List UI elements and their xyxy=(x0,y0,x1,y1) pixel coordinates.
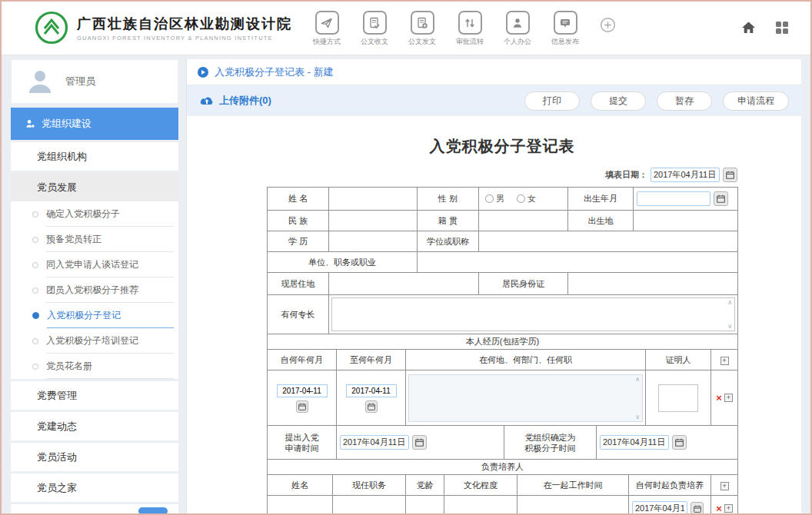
table-row: 有何专长 ∧ ∨ xyxy=(268,295,738,334)
toolbar-item-approval-flow[interactable]: 审批流转 xyxy=(451,11,489,47)
male-radio[interactable] xyxy=(485,194,494,203)
submenu-item-activist-register[interactable]: 入党积极分子登记 xyxy=(11,303,178,328)
radio-dot-icon xyxy=(32,211,38,218)
birthplace-label: 出生地 xyxy=(568,211,634,231)
history-detail-textarea[interactable]: ∧ ∨ xyxy=(408,374,643,422)
org-logo: 广西壮族自治区林业勘测设计院 GUANGXI FOREST INVENTORY … xyxy=(34,10,292,45)
toolbar-item-info-publish[interactable]: 信息发布 xyxy=(546,11,584,47)
cloud-upload-icon xyxy=(199,95,215,107)
birth-date-input[interactable] xyxy=(637,191,710,206)
fill-date-input[interactable] xyxy=(651,168,720,182)
female-radio[interactable] xyxy=(517,194,525,203)
sidebar: 管理员 党组织建设 党组织机构 党员发展 确定入党积极分子 预备党员转正 xyxy=(11,59,178,513)
toolbar-item-doc-send[interactable]: 公文发文 xyxy=(403,11,441,47)
residence-input-cell[interactable] xyxy=(329,273,479,295)
native-place-input-cell[interactable] xyxy=(479,211,568,231)
add-row-icon[interactable]: + xyxy=(724,394,733,402)
confirm-date-input[interactable] xyxy=(600,435,669,450)
toolbar-item-doc-receive[interactable]: 公文收文 xyxy=(355,11,394,47)
cultivate-since-input[interactable] xyxy=(632,501,687,515)
apply-date-input[interactable] xyxy=(340,435,409,450)
specialty-textarea[interactable]: ∧ ∨ xyxy=(331,297,735,331)
submenu-item-applicant-talk[interactable]: 同入党申请人谈话登记 xyxy=(11,252,178,277)
add-row-icon[interactable]: + xyxy=(724,504,733,513)
calendar-icon[interactable] xyxy=(296,400,308,413)
submenu-item-label: 确定入党积极分子 xyxy=(46,201,174,227)
main-content: 入党积极分子登记表 - 新建 上传附件(0) 打印 提交 暂存 申请流程 入党积… xyxy=(186,59,801,513)
calendar-icon[interactable] xyxy=(365,400,378,413)
sidebar-item-member-development[interactable]: 党员发展 xyxy=(11,171,178,201)
calendar-icon[interactable] xyxy=(714,191,728,206)
delete-row-icon[interactable]: × xyxy=(716,504,722,513)
table-row: 提出入党 申请时间 党组织确定为 积极分子时间 xyxy=(268,426,738,460)
sidebar-item-party-org-structure[interactable]: 党组织机构 xyxy=(11,140,178,171)
cultivator-row: × + xyxy=(268,496,738,515)
history-from-input[interactable] xyxy=(277,384,328,397)
sidebar-item-party-news[interactable]: 党建动态 xyxy=(11,410,178,440)
cultivator-position-input-cell[interactable] xyxy=(333,496,406,515)
cultivator-party-age-input-cell[interactable] xyxy=(406,496,444,515)
ethnic-input-cell[interactable] xyxy=(329,211,418,231)
name-label: 姓 名 xyxy=(268,188,329,211)
cultivator-since-label: 自何时起负责培养 xyxy=(629,475,711,496)
work-input-cell[interactable] xyxy=(418,252,738,273)
submenu-item-member-roster[interactable]: 党员花名册 xyxy=(11,354,178,379)
add-app-icon[interactable] xyxy=(600,17,616,36)
submit-button[interactable]: 提交 xyxy=(591,91,646,111)
sidebar-item-party-fee[interactable]: 党费管理 xyxy=(11,379,178,410)
apply-process-button[interactable]: 申请流程 xyxy=(723,91,789,111)
sidebar-item-label: 党员活动 xyxy=(37,450,77,464)
witness-input[interactable] xyxy=(658,384,698,412)
chevron-down-icon[interactable]: ∨ xyxy=(635,414,640,420)
upload-attachment-button[interactable]: 上传附件(0) xyxy=(199,94,271,108)
sidebar-item-label: 党员之家 xyxy=(37,481,77,495)
calendar-icon[interactable] xyxy=(691,502,704,515)
submenu-item-probation-confirm[interactable]: 预备党员转正 xyxy=(11,227,178,252)
chevron-up-icon[interactable]: ∧ xyxy=(727,300,732,305)
cultivator-position-label: 现任职务 xyxy=(333,475,406,496)
add-row-icon[interactable]: + xyxy=(720,482,729,490)
calendar-icon[interactable] xyxy=(412,435,427,450)
cultivator-culture-input-cell[interactable] xyxy=(444,496,517,515)
user-card[interactable]: 管理员 xyxy=(11,59,178,104)
work-label: 单位、职务或职业 xyxy=(268,252,418,273)
table-row: 民 族 籍 贯 出生地 xyxy=(268,211,738,231)
birthplace-input-cell[interactable] xyxy=(634,211,738,231)
org-logo-icon xyxy=(34,10,69,45)
calendar-icon[interactable] xyxy=(672,435,687,450)
delete-row-icon[interactable]: × xyxy=(716,394,722,403)
radio-dot-icon xyxy=(32,287,38,294)
submenu-item-activist-training[interactable]: 入党积极分子培训登记 xyxy=(11,328,178,354)
cultivator-name-input-cell[interactable] xyxy=(268,496,333,515)
sidebar-item-member-home[interactable]: 党员之家 xyxy=(11,471,178,502)
toolbar-item-shortcuts[interactable]: 快捷方式 xyxy=(308,11,346,47)
chevron-down-icon[interactable]: ∨ xyxy=(727,324,732,329)
submenu-item-confirm-activist[interactable]: 确定入党积极分子 xyxy=(11,201,178,227)
cultivator-worktime-input-cell[interactable] xyxy=(517,496,629,515)
registration-form: 入党积极分子登记表 填表日期： 姓 名 性 别 男 xyxy=(267,136,737,515)
id-card-input-cell[interactable] xyxy=(568,273,738,295)
degree-input-cell[interactable] xyxy=(479,231,738,252)
table-row: 单位、职务或职业 xyxy=(268,252,738,273)
approval-flow-icon xyxy=(458,11,482,35)
save-draft-button[interactable]: 暂存 xyxy=(657,91,712,111)
print-button[interactable]: 打印 xyxy=(524,91,580,111)
name-input-cell[interactable] xyxy=(329,188,418,211)
fill-date-label: 填表日期： xyxy=(605,169,647,181)
toolbar-item-personal-office[interactable]: 个人办公 xyxy=(498,11,537,47)
calendar-icon[interactable] xyxy=(723,168,737,182)
toggle-pill[interactable] xyxy=(138,507,168,515)
sidebar-item-member-activities[interactable]: 党员活动 xyxy=(11,440,178,471)
apps-grid-icon[interactable] xyxy=(775,21,789,38)
add-row-icon[interactable]: + xyxy=(720,357,729,365)
chevron-up-icon[interactable]: ∧ xyxy=(635,377,640,382)
history-to-input[interactable] xyxy=(346,384,397,397)
education-input-cell[interactable] xyxy=(329,231,418,252)
submenu-item-league-recommend[interactable]: 团员入党积极分子推荐 xyxy=(11,277,178,303)
doc-send-icon xyxy=(411,11,434,35)
table-row: 学 历 学位或职称 xyxy=(268,231,738,252)
home-icon[interactable] xyxy=(740,20,757,38)
to-label: 至何年何月 xyxy=(337,350,406,370)
id-card-label: 居民身份证 xyxy=(479,273,568,295)
sidebar-item-party-org-building[interactable]: 党组织建设 xyxy=(11,108,178,140)
